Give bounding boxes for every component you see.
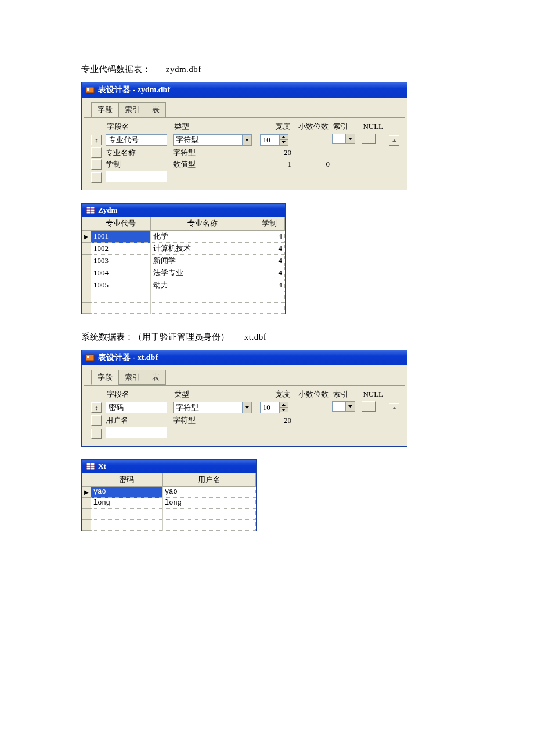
field-index-combo[interactable]: [332, 134, 355, 144]
field-width-spinner[interactable]: 10: [260, 402, 288, 413]
field-row-empty: [90, 426, 402, 441]
chevronug-down-icon[interactable]: [345, 401, 355, 412]
table-row[interactable]: 1004 法学专业 4: [82, 267, 285, 279]
designer2-titlebar[interactable]: 表设计器 - xt.dbf: [82, 350, 407, 365]
col-header[interactable]: 用户名: [163, 473, 256, 487]
browse1-title: Zydm: [98, 206, 117, 215]
table-row[interactable]: ▶ 1001 化学 4: [82, 231, 285, 243]
spin-down-icon[interactable]: [280, 139, 288, 145]
svg-marker-15: [282, 409, 286, 411]
chevron-down-icon[interactable]: [345, 134, 355, 144]
table-row[interactable]: ▶ yao yao: [82, 487, 256, 498]
browse1-grid[interactable]: 专业代号 专业名称 学制 ▶ 1001 化学 4 1002 计算机技术 4: [82, 217, 285, 314]
col-header[interactable]: 密码: [91, 473, 163, 487]
row-handle-icon[interactable]: ↕: [91, 135, 102, 145]
browse2-grid[interactable]: 密码 用户名 ▶ yao yao long long: [82, 473, 256, 531]
scroll-up-icon[interactable]: [389, 135, 399, 146]
browse2-title: Xt: [98, 462, 106, 471]
hdr-width: 宽度: [257, 120, 293, 133]
designer2-title: 表设计器 - xt.dbf: [98, 352, 158, 363]
table-row-empty[interactable]: [82, 303, 285, 314]
table-row-empty[interactable]: [82, 509, 256, 520]
corner-cell: [82, 217, 91, 231]
null-toggle[interactable]: [362, 401, 376, 412]
tab-fields[interactable]: 字段: [91, 370, 119, 385]
svg-marker-2: [245, 139, 249, 141]
field-type-combo[interactable]: 字符型: [173, 402, 252, 413]
row-handle-icon[interactable]: [91, 415, 102, 426]
chevron-down-icon[interactable]: [243, 134, 252, 146]
table-row[interactable]: long long: [82, 498, 256, 509]
null-toggle[interactable]: [362, 134, 376, 144]
field-width-spinner[interactable]: 10: [260, 134, 288, 146]
field-row: 专业名称 字符型 20: [90, 147, 402, 159]
col-header[interactable]: 专业代号: [91, 217, 151, 231]
table-row[interactable]: 1002 计算机技术 4: [82, 243, 285, 255]
row-handle-icon[interactable]: [91, 147, 102, 158]
field-row: 用户名 字符型 20: [90, 415, 402, 426]
field-row: ↕ 专业代号 字符型 10: [90, 133, 402, 147]
grid-icon: [86, 463, 95, 470]
chevron-down-icon[interactable]: [243, 402, 252, 413]
section1-filename: zydm.dbf: [166, 64, 201, 74]
field-type-combo[interactable]: 字符型: [173, 134, 252, 146]
tab-index[interactable]: 索引: [118, 102, 146, 117]
tab-table[interactable]: 表: [146, 102, 166, 117]
spin-up-icon[interactable]: [280, 135, 288, 139]
hdr-null: NULL: [360, 388, 388, 401]
table-row[interactable]: 1005 动力 4: [82, 279, 285, 291]
designer2-grid: 字段名 类型 宽度 小数位数 索引 NULL ↕ 密码 字符型: [90, 388, 402, 441]
field-row-empty: [90, 170, 402, 185]
field-name-input[interactable]: [106, 171, 167, 182]
hdr-width: 宽度: [257, 388, 293, 401]
field-index-combo[interactable]: [332, 401, 355, 412]
row-handle-icon[interactable]: ↕: [91, 402, 102, 413]
svg-marker-16: [348, 405, 352, 408]
table-designer-xt: 表设计器 - xt.dbf 字段 索引 表 字段名 类型 宽度 小数位数 索引 …: [81, 350, 407, 447]
tab-fields[interactable]: 字段: [91, 102, 119, 117]
record-pointer-icon: ▶: [84, 489, 89, 495]
tab-table[interactable]: 表: [146, 370, 166, 385]
hdr-name: 字段名: [104, 388, 172, 401]
svg-marker-5: [348, 138, 352, 140]
grid-icon: [86, 207, 95, 214]
section2-filename: xt.dbf: [244, 332, 266, 341]
hdr-null: NULL: [360, 120, 388, 133]
col-header[interactable]: 学制: [254, 217, 285, 231]
corner-cell: [82, 473, 91, 487]
svg-rect-12: [87, 356, 89, 358]
field-name-input[interactable]: 专业代号: [106, 134, 167, 146]
svg-marker-14: [282, 404, 286, 406]
field-row: ↕ 密码 字符型 10: [90, 401, 402, 415]
browse2-titlebar[interactable]: Xt: [82, 460, 256, 473]
table-designer-zydm: 表设计器 - zydm.dbf 字段 索引 表 字段名 类型 宽度 小数位数 索…: [81, 82, 407, 190]
section2-caption-text: 系统数据表：（用于验证管理员身份）: [81, 332, 229, 341]
row-handle-icon[interactable]: [91, 172, 102, 183]
spin-down-icon[interactable]: [280, 407, 288, 412]
fox-icon: [85, 85, 95, 95]
svg-marker-13: [245, 406, 249, 409]
hdr-index: 索引: [331, 120, 360, 133]
row-handle-icon[interactable]: [91, 159, 102, 170]
row-handle-icon[interactable]: [91, 429, 102, 439]
hdr-index: 索引: [331, 388, 360, 401]
svg-marker-17: [392, 407, 396, 409]
field-name-input[interactable]: [106, 427, 167, 438]
table-row-empty[interactable]: [82, 291, 285, 303]
col-header[interactable]: 专业名称: [151, 217, 254, 231]
field-name-input[interactable]: 密码: [106, 402, 167, 413]
tab-index[interactable]: 索引: [118, 370, 146, 385]
table-row-empty[interactable]: [82, 520, 256, 531]
svg-marker-6: [392, 139, 396, 142]
browse1-titlebar[interactable]: Zydm: [82, 204, 285, 217]
designer1-titlebar[interactable]: 表设计器 - zydm.dbf: [82, 82, 407, 98]
fox-icon: [85, 353, 95, 362]
browse-zydm: Zydm 专业代号 专业名称 学制 ▶ 1001 化学 4 1002: [81, 203, 286, 314]
scroll-up-icon[interactable]: [389, 403, 399, 413]
hdr-type: 类型: [172, 388, 257, 401]
table-row[interactable]: 1003 新闻学 4: [82, 255, 285, 267]
hdr-decimal: 小数位数: [293, 120, 331, 133]
spin-up-icon[interactable]: [280, 402, 288, 407]
browse-xt: Xt 密码 用户名 ▶ yao yao long long: [81, 459, 257, 531]
designer1-title: 表设计器 - zydm.dbf: [98, 85, 170, 95]
